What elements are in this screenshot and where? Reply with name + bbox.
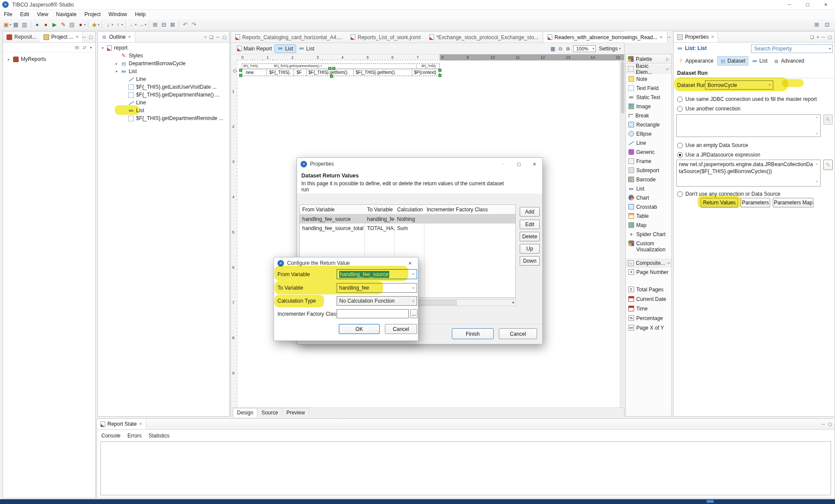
palette-collapse-icon[interactable]: ▷ [666, 57, 669, 61]
outline-item-departmentborrowcycle[interactable]: ▸ ▤ DepartmentBorrowCycle [114, 60, 186, 67]
dropdown-caret-icon[interactable]: ▾ [98, 23, 100, 27]
band-textfield[interactable]: $F{_THIS}.getItem(). [308, 70, 348, 75]
close-tab-icon[interactable]: ✕ [128, 35, 131, 39]
tab-repository-explorer[interactable]: Reposit... [3, 32, 40, 42]
dropdown-caret-icon[interactable]: ▾ [10, 23, 11, 27]
table-row[interactable]: handling_fee_source_total TOTAL_HA... Su… [300, 224, 515, 233]
collapse-arrow-icon[interactable]: ▾ [114, 70, 119, 73]
close-tab-icon[interactable]: ✕ [75, 35, 79, 39]
link-with-editor-icon[interactable]: ⇄ [83, 45, 87, 50]
editor-tab-reports-cataloging[interactable]: Reports_Cataloging_card_horizontal_A4...… [231, 32, 346, 43]
scroll-up-icon[interactable]: ˄ [816, 116, 818, 120]
band-textfield[interactable]: new [246, 70, 254, 75]
close-window-button[interactable]: ✕ [817, 0, 835, 10]
list-band[interactable]: $F{_THIS}. $F{_THIS}.getDepartmentName()… [242, 63, 440, 76]
close-dialog-button[interactable]: ✕ [402, 257, 418, 269]
collapse-all-icon[interactable]: ⊟ [75, 45, 79, 50]
delete-button[interactable]: Delete [520, 232, 540, 241]
selection-handle[interactable] [438, 74, 441, 77]
calculation-type-combo[interactable]: No Calculation Function ˅ [337, 296, 417, 306]
outline-item-list[interactable]: ▾ ≔ List [114, 68, 137, 74]
column-header-to-variable[interactable]: To Variable [364, 205, 394, 214]
save-all-icon[interactable]: ▥ [20, 20, 29, 29]
view-menu-caret-icon[interactable]: ▾ [817, 35, 818, 39]
dialog-title-bar[interactable]: ✕ Configure the Return Value ✕ [274, 257, 418, 269]
palette-item-chart[interactable]: Chart [628, 195, 671, 201]
connection-expression-box[interactable]: ˄ ˅ [676, 114, 821, 137]
close-tab-icon[interactable]: ✕ [139, 422, 142, 426]
menu-help[interactable]: Help [131, 10, 150, 19]
errors-link[interactable]: Errors [127, 433, 142, 439]
minimize-view-icon[interactable]: ─ [822, 35, 825, 40]
console-link[interactable]: Console [101, 433, 120, 439]
forward-icon[interactable]: → [137, 20, 146, 29]
palette-item-subreport[interactable]: Subreport [628, 167, 671, 174]
close-dialog-button[interactable]: ✕ [527, 158, 542, 170]
column-header-incrementer[interactable]: Incrementer Factory Class [424, 205, 515, 214]
tab-project-explorer[interactable]: Project ... ✕ [40, 32, 83, 42]
close-tab-icon[interactable]: ✕ [711, 35, 715, 39]
back-icon[interactable]: ← [127, 20, 136, 29]
open-perspective-icon[interactable]: ⊞ [812, 20, 821, 29]
palette-item-static-text[interactable]: ablStatic Text [628, 94, 671, 100]
radio-jrdatasource-expression[interactable]: Use a JRDatasource expression [677, 152, 760, 158]
edit-expression-button[interactable]: ✎ [823, 160, 833, 170]
menu-file[interactable]: File [0, 10, 16, 19]
palette-item-rectangle[interactable]: Rectangle [628, 122, 671, 128]
dropdown-caret-icon[interactable]: ▾ [135, 23, 137, 27]
down-button[interactable]: Down [520, 256, 540, 266]
breadcrumb-list-2[interactable]: ≔ List [296, 45, 317, 53]
outline-item-line-2[interactable]: Line [128, 100, 146, 106]
tab-dataset[interactable]: ▤Dataset [717, 56, 748, 66]
palette-item-crosstab[interactable]: Crosstab [628, 204, 671, 210]
statistics-icon[interactable]: ● [33, 20, 42, 29]
outline-item-styles[interactable]: ✎ Styles [114, 53, 143, 59]
menu-view[interactable]: View [33, 10, 52, 19]
outline-item-report[interactable]: ▾ report [100, 45, 127, 51]
minimize-view-icon[interactable]: ─ [822, 422, 825, 427]
minimize-view-icon[interactable]: ─ [668, 35, 671, 40]
band-textfield[interactable]: $P{context} [414, 70, 436, 75]
edit-connection-expression-button[interactable]: ✎ [823, 114, 833, 125]
maximize-view-icon[interactable]: ▢ [89, 35, 93, 40]
layout-switch-icon[interactable]: ▦ [551, 46, 555, 52]
browse-ellipsis-button[interactable]: ... [410, 309, 418, 318]
scroll-up-icon[interactable]: ˄ [816, 161, 818, 168]
radio-empty-data-source[interactable]: Use an empty Data Source [677, 142, 748, 148]
tab-list[interactable]: ≔List [749, 56, 770, 66]
maximize-view-icon[interactable]: ▢ [828, 35, 832, 40]
undo-icon[interactable]: ↶ [181, 20, 190, 29]
maximize-view-icon[interactable]: ▢ [223, 35, 227, 40]
thumbnail-mode-icon[interactable]: ❏ [209, 35, 213, 40]
section-pin-icon[interactable]: ↩ [666, 67, 669, 71]
tab-advanced[interactable]: ▦Advanced [771, 56, 807, 66]
table-row-selected[interactable]: handling_fee_source handling_fee Nothing [300, 214, 515, 224]
parameters-map-button[interactable]: Parameters Map [773, 198, 814, 207]
scroll-down-icon[interactable]: ˅ [816, 132, 818, 136]
column-header-from-variable[interactable]: From Variable [300, 205, 364, 214]
band-marker-icon[interactable] [233, 69, 237, 73]
dropdown-caret-icon[interactable]: ▾ [84, 23, 86, 27]
export-icon[interactable]: ↑ [114, 20, 122, 29]
dropdown-caret-icon[interactable]: ▾ [121, 23, 123, 27]
palette-item-total-pages[interactable]: ΣTotal Pages [628, 287, 671, 293]
tab-appearance[interactable]: ⊤Appearance [675, 56, 716, 66]
incrementer-factory-class-input[interactable] [337, 309, 409, 318]
to-variable-combo[interactable]: handling_fee ˅ [337, 283, 417, 293]
palette-item-list[interactable]: ≔List [628, 186, 671, 192]
breadcrumb-list-selected[interactable]: ≔ List [274, 44, 296, 53]
minimize-dialog-button[interactable]: ─ [495, 158, 511, 170]
radio-another-connection[interactable]: Use another connection [677, 106, 741, 112]
tab-source[interactable]: Source [257, 408, 282, 417]
selection-handle[interactable] [330, 75, 333, 78]
tree-mode-icon[interactable]: ⫞ [204, 34, 206, 40]
palette-item-spider-chart[interactable]: ✶Spider Chart [628, 231, 671, 237]
jrdatasource-expression-box[interactable]: new net.sf.jasperreports.engine.data.JRB… [676, 160, 821, 187]
from-variable-combo[interactable]: handling_fee_source ˅ [337, 269, 417, 279]
dropdown-caret-icon[interactable]: ▾ [145, 23, 147, 27]
minimize-view-icon[interactable]: ─ [216, 35, 219, 40]
dialog-title-bar[interactable]: ✕ Properties ─ ▢ ✕ [297, 158, 542, 170]
zoom-out-icon[interactable]: ⊖ [558, 46, 563, 52]
outline-item-line[interactable]: Line [128, 76, 146, 82]
save-icon[interactable]: ▦ [12, 20, 20, 29]
